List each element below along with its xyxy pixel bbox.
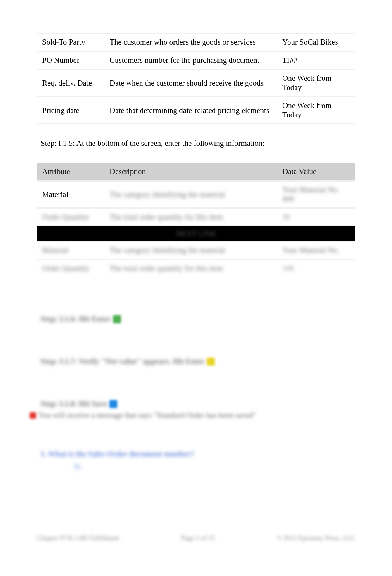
desc-cell-blurred: The category identifying the material: [104, 181, 277, 208]
attr-cell-blurred: Material: [37, 241, 104, 259]
header-desc: Description: [104, 163, 277, 181]
blurred-question: 1. What is the Sales Order document numb…: [41, 449, 355, 459]
desc-cell-blurred: The total order quantity for this item: [104, 259, 277, 277]
blurred-step-2: Step: I.1.7: Verify "Net value" appears.…: [41, 357, 355, 366]
table-row-blurred: Material The category identifying the ma…: [37, 241, 355, 259]
val-cell-blurred: Your Material No. ###: [277, 181, 355, 208]
blurred-step-1: Step: I.1.6: Hit Enter: [41, 314, 355, 324]
table-row-blurred: Order Quantity The total order quantity …: [37, 259, 355, 277]
desc-cell: Date when the customer should receive th…: [104, 69, 277, 97]
table-row: PO Number Customers number for the purch…: [37, 51, 355, 69]
footer-left: Chapter 07/II: GBI Fulfillment: [37, 534, 119, 542]
table-row: Material The category identifying the ma…: [37, 181, 355, 208]
header-attr: Attribute: [37, 163, 104, 181]
table-row: Pricing date Date that determining date-…: [37, 97, 355, 124]
attributes-table-2: Attribute Description Data Value Materia…: [37, 163, 355, 277]
table-row: Req. deliv. Date Date when the customer …: [37, 69, 355, 97]
table-header-row: Attribute Description Data Value: [37, 163, 355, 181]
attr-cell: Req. deliv. Date: [37, 69, 104, 97]
attr-cell: Material: [37, 181, 104, 208]
blurred-step-2-text: Step: I.1.7: Verify "Net value" appears.…: [41, 357, 204, 366]
enter-icon: [207, 358, 215, 366]
header-val: Data Value: [277, 163, 355, 181]
save-icon: [109, 400, 117, 408]
footer-right: © 2012 Epistemy Press, LLC: [277, 534, 355, 542]
val-cell-blurred: Your Material No.: [277, 241, 355, 259]
val-cell: 11##: [277, 51, 355, 69]
blurred-step-3: Step: I.1.8: Hit Save: [41, 399, 355, 408]
blurred-step-1-text: Step: I.1.6: Hit Enter: [41, 314, 111, 324]
attr-cell: PO Number: [37, 51, 104, 69]
desc-cell: Customers number for the purchasing docu…: [104, 51, 277, 69]
val-cell-blurred: 30: [277, 208, 355, 226]
blurred-step-3-text: Step: I.1.8: Hit Save: [41, 399, 107, 408]
blurred-message-text: You will receive a message that says "St…: [38, 411, 256, 420]
attr-cell: Sold-To Party: [37, 33, 104, 51]
step-instruction: Step: I.1.5: At the bottom of the screen…: [41, 139, 355, 148]
attr-cell-blurred: Order Quantity: [37, 259, 104, 277]
blurred-question-sub: N:: [74, 462, 355, 472]
desc-cell: Date that determining date-related prici…: [104, 97, 277, 124]
table-row-blurred: Order Quantity The total order quantity …: [37, 208, 355, 226]
attributes-table-1: Sold-To Party The customer who orders th…: [37, 33, 355, 124]
banner-cell: NEXT LINE: [37, 226, 355, 241]
desc-cell: The customer who orders the goods or ser…: [104, 33, 277, 51]
desc-cell-blurred: The category identifying the material: [104, 241, 277, 259]
val-cell: One Week from Today: [277, 69, 355, 97]
enter-icon: [113, 315, 121, 323]
val-cell-blurred: 100: [277, 259, 355, 277]
table-row: Sold-To Party The customer who orders th…: [37, 33, 355, 51]
blurred-message: You will receive a message that says "St…: [30, 411, 355, 420]
desc-cell-blurred: The total order quantity for this item: [104, 208, 277, 226]
val-cell: One Week from Today: [277, 97, 355, 124]
attr-cell-blurred: Order Quantity: [37, 208, 104, 226]
footer-mid: Page 2 of 15: [181, 534, 214, 542]
page-footer: Chapter 07/II: GBI Fulfillment Page 2 of…: [37, 534, 355, 542]
alert-icon: [30, 412, 36, 419]
attr-cell: Pricing date: [37, 97, 104, 124]
table-banner-row: NEXT LINE: [37, 226, 355, 241]
val-cell: Your SoCal Bikes: [277, 33, 355, 51]
